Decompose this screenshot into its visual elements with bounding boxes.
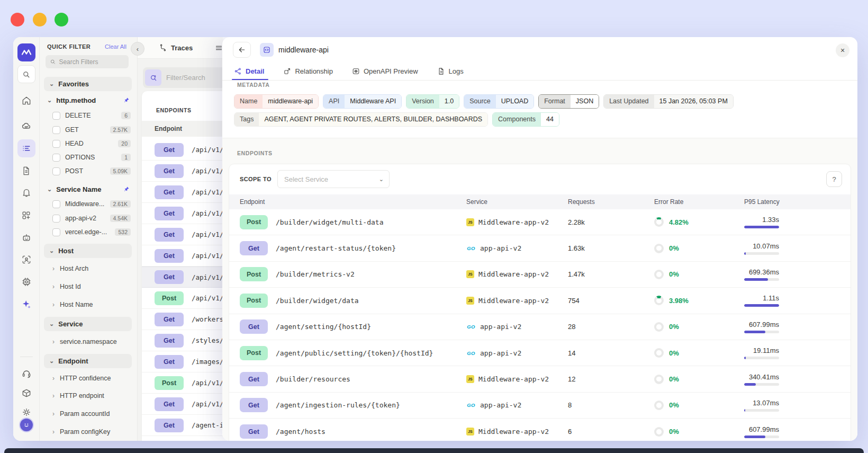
endpoint-row[interactable]: Get/agent-i	[142, 415, 223, 436]
table-row[interactable]: Get/agent/restart-status/{token} GOapp-a…	[229, 235, 851, 261]
checkbox[interactable]	[52, 167, 60, 175]
window-zoom-button[interactable]	[55, 13, 68, 26]
endpoint-section[interactable]: ⌄ Endpoint	[44, 354, 132, 368]
badge-components[interactable]: Components44	[492, 112, 559, 127]
filter-item-delete[interactable]: DELETE 6	[52, 110, 131, 121]
tab-traces[interactable]: Traces	[159, 43, 193, 52]
tab-openapi-preview[interactable]: OpenAPI Preview	[352, 63, 418, 80]
method-pill: Get	[240, 372, 268, 386]
endpoint-row[interactable]: Get/api/v1/	[142, 224, 223, 245]
endpoint-row[interactable]: Get/styles/	[142, 330, 223, 351]
host-section[interactable]: ⌄ Host	[44, 244, 132, 258]
service-namespace-item[interactable]: ›service.namespace	[52, 336, 131, 348]
table-row[interactable]: Get/agent/hosts JSMiddleware-app-v2 6 0%…	[229, 419, 851, 441]
endpoint-path: /builder/widget/multi-data	[276, 218, 384, 226]
checkbox[interactable]	[52, 228, 60, 236]
param-configkey-item[interactable]: ›Param configKey	[52, 426, 131, 438]
filter-item-head[interactable]: HEAD 20	[52, 138, 131, 149]
rail-divider	[20, 357, 33, 357]
bot-icon[interactable]	[17, 228, 35, 246]
tab-traces-label: Traces	[171, 44, 193, 52]
document-icon[interactable]	[17, 162, 35, 180]
pin-icon[interactable]	[123, 186, 130, 192]
checkbox[interactable]	[52, 126, 60, 134]
alerts-icon[interactable]	[17, 183, 35, 201]
user-session-icon[interactable]	[17, 251, 35, 269]
checkbox[interactable]	[52, 200, 60, 208]
tab-next-partial[interactable]: S	[215, 44, 223, 52]
checkbox[interactable]	[52, 140, 60, 148]
tab-relationship[interactable]: Relationship	[283, 63, 333, 80]
host-arch-item[interactable]: ›Host Arch	[52, 263, 131, 274]
table-row[interactable]: Get/builder/resources JSMiddleware-app-v…	[229, 366, 851, 392]
home-icon[interactable]	[17, 92, 35, 110]
table-row[interactable]: Post/agent/public/setting/{token}/{hostI…	[229, 340, 851, 366]
table-row[interactable]: Post/builder/widget/multi-data JSMiddlew…	[229, 209, 851, 235]
endpoint-row[interactable]: Post/api/v1/	[142, 288, 223, 309]
method-pill: Post	[240, 215, 268, 229]
traces-filter-input[interactable]	[166, 74, 223, 82]
user-avatar[interactable]	[19, 418, 34, 432]
traces-filter-box[interactable]	[143, 67, 223, 88]
endpoint-row[interactable]: Get/workers	[142, 309, 223, 330]
checkbox[interactable]	[52, 154, 60, 162]
integrations-icon[interactable]	[17, 206, 35, 224]
table-row[interactable]: Post/builder/widget/data JSMiddleware-ap…	[229, 288, 851, 314]
endpoint-row[interactable]: Get/api/v1/	[142, 139, 223, 161]
package-icon[interactable]	[17, 384, 35, 402]
filter-search-box[interactable]	[46, 55, 129, 68]
service-select[interactable]: Select Service ⌄	[277, 170, 390, 188]
cpu-icon[interactable]	[17, 273, 35, 291]
favorites-section[interactable]: ⌄ Favorites	[44, 77, 132, 91]
filter-item-vercel-edge[interactable]: vercel.edge-... 532	[52, 227, 131, 237]
endpoint-row[interactable]: Post/api/v1/	[142, 372, 223, 394]
endpoint-row[interactable]: Get/api/v1/	[142, 245, 223, 267]
param-accountid-item[interactable]: ›Param accountId	[52, 408, 131, 420]
filter-item-app-api-v2[interactable]: app-api-v2 4.54K	[52, 213, 131, 224]
window-minimize-button[interactable]	[33, 13, 47, 26]
endpoint-row-selected[interactable]: Get/api/v1/	[142, 267, 223, 288]
filter-search-input[interactable]	[59, 58, 124, 66]
http-method-label: http.method	[56, 96, 96, 104]
middleware-logo[interactable]	[17, 43, 35, 61]
service-section[interactable]: ⌄ Service	[44, 317, 132, 331]
collapse-panel-button[interactable]: ‹	[131, 42, 144, 56]
endpoint-row[interactable]: Get/images/	[142, 351, 223, 372]
infrastructure-icon[interactable]	[17, 117, 35, 135]
support-icon[interactable]	[17, 365, 35, 383]
tab-detail[interactable]: Detail	[234, 63, 264, 80]
tab-label: Logs	[449, 67, 464, 75]
table-row[interactable]: Get/agent/ingestion-rules/{token} GOapp-…	[229, 393, 851, 419]
endpoint-row[interactable]: Get/api/v1/	[142, 161, 223, 182]
search-icon[interactable]	[17, 65, 35, 83]
traces-icon[interactable]	[17, 139, 35, 157]
tab-logs[interactable]: Logs	[437, 63, 464, 80]
service-name-group[interactable]: ⌄ Service Name	[47, 183, 130, 195]
endpoint-row[interactable]: Get/api/v1/	[142, 182, 223, 203]
window-close-button[interactable]	[11, 13, 24, 26]
table-row[interactable]: Post/builder/metrics-v2 JSMiddleware-app…	[229, 262, 851, 288]
filter-item-middleware[interactable]: Middleware... 2.61K	[52, 199, 131, 209]
host-id-item[interactable]: ›Host Id	[52, 281, 131, 292]
back-button[interactable]	[233, 42, 251, 58]
http-endpoint-item[interactable]: ›HTTP endpoint	[52, 390, 131, 402]
http-method-group[interactable]: ⌄ http.method	[47, 94, 130, 106]
chevron-right-icon: ›	[52, 392, 55, 399]
endpoint-row[interactable]: Get/api/v1/	[142, 394, 223, 415]
error-donut-icon	[654, 217, 664, 227]
endpoint-row[interactable]: Get/api/v1/	[142, 203, 223, 224]
filter-item-post[interactable]: POST 5.09K	[52, 166, 131, 176]
badge-format[interactable]: FormatJSON	[538, 94, 599, 109]
help-button[interactable]: ?	[826, 171, 842, 187]
clear-all-button[interactable]: Clear All	[105, 43, 126, 50]
checkbox[interactable]	[52, 112, 60, 120]
close-icon[interactable]: ×	[836, 43, 849, 57]
http-confidence-item[interactable]: ›HTTP confidence	[52, 372, 131, 384]
host-name-item[interactable]: ›Host Name	[52, 299, 131, 310]
filter-item-options[interactable]: OPTIONS 1	[52, 152, 131, 163]
filter-item-get[interactable]: GET 2.57K	[52, 125, 131, 135]
ai-assistant-icon[interactable]	[17, 295, 35, 313]
table-row[interactable]: Get/agent/setting/{hostId} GOapp-api-v2 …	[229, 314, 851, 340]
checkbox[interactable]	[52, 215, 60, 223]
pin-icon[interactable]	[123, 97, 130, 103]
